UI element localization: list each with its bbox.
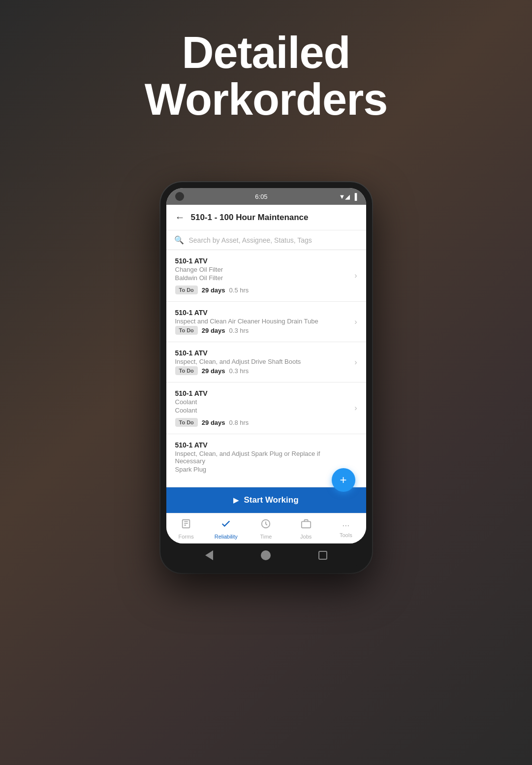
phone-screen: 6:05 ▼◢ ▐ ← 510-1 - 100 Hour Maintenance…: [166, 188, 366, 543]
wo-asset: 510-1 ATV: [175, 389, 351, 397]
wo-asset: 510-1 ATV: [175, 349, 351, 357]
wo-hrs: 0.3 hrs: [229, 367, 249, 375]
wo-task: Inspect, Clean, and Adjust Drive Shaft B…: [175, 358, 351, 365]
start-working-button[interactable]: ▶ Start Working: [166, 487, 366, 513]
phone-frame: 6:05 ▼◢ ▐ ← 510-1 - 100 Hour Maintenance…: [160, 182, 372, 573]
reliability-label: Reliability: [215, 534, 238, 540]
status-time: 6:05: [255, 193, 267, 200]
nav-item-forms[interactable]: Forms: [171, 518, 201, 540]
forms-icon: [181, 518, 191, 532]
app-header: ← 510-1 - 100 Hour Maintenance: [166, 205, 366, 230]
chevron-right-icon: ›: [354, 404, 357, 413]
wo-tags: To Do 29 days 0.5 hrs: [175, 286, 351, 294]
play-icon: ▶: [233, 496, 239, 504]
workorder-item[interactable]: 510-1 ATV Inspect, Clean, and Adjust Dri…: [166, 342, 366, 382]
wo-tags: To Do 29 days 0.3 hrs: [175, 326, 351, 335]
back-button[interactable]: ←: [175, 212, 185, 223]
wo-part: Baldwin Oil Filter: [175, 274, 351, 282]
workorder-item[interactable]: 510-1 ATV Change Oil Filter Baldwin Oil …: [166, 250, 366, 302]
start-working-label: Start Working: [244, 495, 298, 505]
battery-icon: ▐: [352, 193, 357, 200]
status-bar: 6:05 ▼◢ ▐: [166, 188, 366, 205]
wo-days: 29 days: [202, 419, 225, 426]
phone-mockup: 6:05 ▼◢ ▐ ← 510-1 - 100 Hour Maintenance…: [160, 182, 372, 573]
tools-label: Tools: [340, 532, 352, 538]
workorder-item[interactable]: 510-1 ATV Inspect and Clean Air Cleaner …: [166, 302, 366, 342]
android-back-button[interactable]: [202, 548, 216, 562]
wo-task: Coolant: [175, 398, 351, 406]
status-badge: To Do: [175, 326, 198, 335]
wo-hrs: 0.3 hrs: [229, 327, 249, 334]
workorder-title: 510-1 - 100 Hour Maintenance: [191, 213, 309, 223]
wo-days: 29 days: [202, 367, 225, 375]
search-placeholder: Search by Asset, Assignee, Status, Tags: [189, 236, 312, 244]
status-badge: To Do: [175, 366, 198, 375]
chevron-right-icon: ›: [354, 318, 357, 326]
forms-label: Forms: [179, 534, 194, 540]
wo-part: Coolant: [175, 407, 351, 414]
workorder-content: 510-1 ATV Inspect, Clean, and Adjust Dri…: [175, 349, 351, 375]
status-badge: To Do: [175, 286, 198, 294]
wo-asset: 510-1 ATV: [175, 309, 351, 317]
camera-dot: [175, 192, 184, 201]
workorder-list: 510-1 ATV Change Oil Filter Baldwin Oil …: [166, 250, 366, 487]
wo-hrs: 0.5 hrs: [229, 287, 249, 294]
workorder-content: 510-1 ATV Change Oil Filter Baldwin Oil …: [175, 257, 351, 294]
screen-content: 510-1 ATV Change Oil Filter Baldwin Oil …: [166, 250, 366, 543]
fab-plus-icon: +: [340, 473, 346, 487]
signal-icon: ▼◢: [339, 193, 350, 200]
tools-icon: ···: [342, 520, 349, 531]
time-label: Time: [260, 534, 272, 540]
wo-days: 29 days: [202, 287, 225, 294]
wo-asset: 510-1 ATV: [175, 257, 351, 265]
wo-tags: To Do 29 days 0.8 hrs: [175, 418, 351, 427]
phone-bottom-bar: [166, 543, 366, 567]
wo-part: Spark Plug: [175, 466, 357, 473]
android-home-button[interactable]: [259, 548, 273, 562]
hero-title: Detailed Workorders: [0, 30, 532, 123]
android-recents-button[interactable]: [316, 548, 330, 562]
workorder-item[interactable]: 510-1 ATV Coolant Coolant To Do 29 days …: [166, 382, 366, 434]
wo-hrs: 0.8 hrs: [229, 419, 249, 426]
time-icon: [260, 518, 271, 532]
bottom-navigation: Forms Reliability: [166, 513, 366, 543]
chevron-right-icon: ›: [354, 271, 357, 280]
jobs-label: Jobs: [300, 534, 312, 540]
jobs-icon: [301, 518, 312, 532]
wo-task: Change Oil Filter: [175, 266, 351, 273]
wo-tags: To Do 29 days 0.3 hrs: [175, 366, 351, 375]
svg-rect-5: [301, 521, 310, 528]
wo-task: Inspect, Clean, and Adjust Spark Plug or…: [175, 450, 357, 465]
wo-task: Inspect and Clean Air Cleaner Housing Dr…: [175, 318, 351, 325]
nav-item-time[interactable]: Time: [251, 518, 281, 540]
hero-section: Detailed Workorders: [0, 30, 532, 123]
workorder-content: 510-1 ATV Inspect and Clean Air Cleaner …: [175, 309, 351, 335]
chevron-right-icon: ›: [354, 358, 357, 367]
search-bar[interactable]: 🔍 Search by Asset, Assignee, Status, Tag…: [166, 230, 366, 250]
workorder-content: 510-1 ATV Coolant Coolant To Do 29 days …: [175, 389, 351, 427]
workorder-content: 510-1 ATV Inspect, Clean, and Adjust Spa…: [175, 441, 357, 477]
nav-item-reliability[interactable]: Reliability: [211, 518, 241, 540]
nav-item-tools[interactable]: ··· Tools: [331, 520, 361, 538]
status-badge: To Do: [175, 418, 198, 427]
search-icon: 🔍: [174, 235, 184, 245]
wo-asset: 510-1 ATV: [175, 441, 357, 449]
wo-days: 29 days: [202, 327, 225, 334]
reliability-icon: [220, 518, 231, 532]
fab-add-button[interactable]: +: [332, 468, 355, 492]
nav-item-jobs[interactable]: Jobs: [291, 518, 321, 540]
status-icons: ▼◢ ▐: [339, 193, 357, 200]
